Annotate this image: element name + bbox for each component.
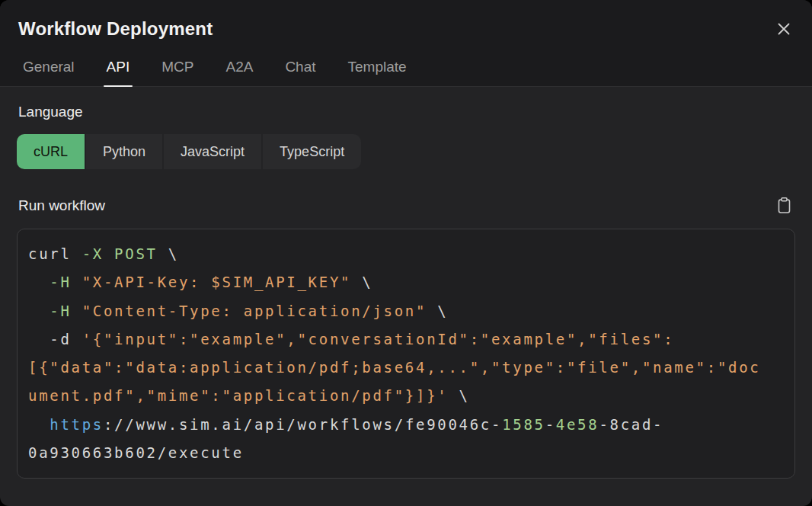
page-title: Workflow Deployment	[18, 18, 213, 40]
language-option-python[interactable]: Python	[86, 134, 162, 169]
api-tab-panel: Language cURL Python JavaScript TypeScri…	[0, 87, 812, 506]
tab-api[interactable]: API	[107, 59, 130, 86]
tab-bar: General API MCP A2A Chat Template	[18, 59, 794, 86]
clipboard-icon	[776, 197, 792, 215]
tab-a2a[interactable]: A2A	[225, 59, 253, 86]
code-line: -d '{"input":"example","conversationId":…	[28, 325, 784, 354]
tab-mcp[interactable]: MCP	[161, 59, 193, 86]
language-option-javascript[interactable]: JavaScript	[164, 134, 261, 169]
code-line: https://www.sim.ai/api/workflows/fe90046…	[28, 411, 784, 439]
language-label: Language	[18, 104, 794, 120]
code-line: -H "Content-Type: application/json" \	[28, 297, 784, 325]
close-button[interactable]	[774, 19, 794, 39]
code-line: [{"data":"data:application/pdf;base64,..…	[28, 354, 784, 382]
copy-button[interactable]	[775, 195, 794, 216]
run-workflow-label: Run workflow	[18, 197, 105, 214]
language-selector: cURL Python JavaScript TypeScript	[17, 134, 361, 169]
tab-template[interactable]: Template	[348, 59, 407, 86]
code-line: -H "X-API-Key: $SIM_API_KEY" \	[28, 268, 784, 296]
close-icon	[775, 21, 792, 37]
code-line: 0a930663b602/execute	[28, 439, 784, 467]
code-block[interactable]: curl -X POST \ -H "X-API-Key: $SIM_API_K…	[17, 229, 795, 479]
language-option-curl[interactable]: cURL	[17, 134, 85, 169]
code-line: curl -X POST \	[28, 240, 784, 268]
code-line: ument.pdf","mime":"application/pdf"}]}' …	[28, 382, 784, 410]
workflow-deployment-modal: Workflow Deployment General API MCP A2A …	[0, 0, 812, 506]
tab-chat[interactable]: Chat	[285, 59, 315, 86]
language-option-typescript[interactable]: TypeScript	[263, 134, 361, 169]
modal-header: Workflow Deployment General API MCP A2A …	[0, 0, 812, 87]
tab-general[interactable]: General	[23, 59, 75, 86]
